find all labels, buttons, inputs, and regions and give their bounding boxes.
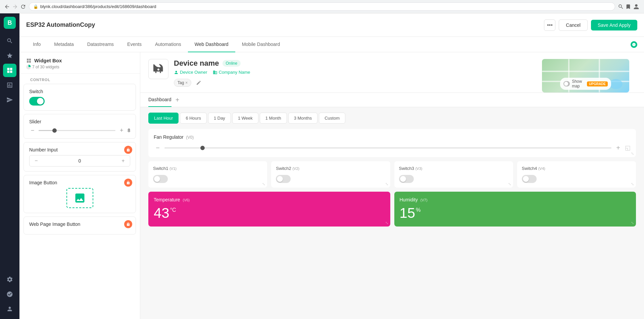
sidebar-star[interactable] <box>3 49 16 62</box>
widget-web-page-image-button[interactable]: Web Page Image Button <box>23 216 136 235</box>
time-range-bar: Last Hour 6 Hours 1 Day 1 Week 1 Month 3… <box>140 107 644 129</box>
tab-mobile-dashboard[interactable]: Mobile Dashboard <box>235 37 287 52</box>
time-custom[interactable]: Custom <box>319 113 345 124</box>
widget-switch[interactable]: Switch <box>23 84 136 111</box>
number-input-label: Number Input <box>29 147 130 152</box>
tab-metadata[interactable]: Metadata <box>47 37 80 52</box>
widget-slider[interactable]: Slider − + 8 <box>23 114 136 139</box>
cancel-button[interactable]: Cancel <box>559 19 588 31</box>
switch1-toggle[interactable] <box>153 175 168 183</box>
switch4-resize[interactable]: ⤡ <box>631 182 634 186</box>
image-preview <box>66 188 93 208</box>
switch3-cell: Switch3 (V3) ⤡ <box>394 161 513 188</box>
slider-value: 8 <box>128 128 130 133</box>
switch3-title: Switch3 (V3) <box>399 166 508 171</box>
number-value: 0 <box>42 158 117 164</box>
temp-unit: °C <box>170 207 176 213</box>
slider-row: − + 8 <box>29 127 130 134</box>
sidebar-search[interactable] <box>3 34 16 48</box>
svg-rect-3 <box>27 61 29 62</box>
widget-box-header: Widget Box 7 of 30 widgets <box>19 52 140 74</box>
info-icon[interactable] <box>631 41 637 48</box>
switch1-cell: Switch1 (V1) ⤡ <box>148 161 267 188</box>
fan-speaker-icon: ◱ <box>625 144 631 151</box>
fan-plus[interactable]: + <box>614 144 622 152</box>
fan-regulator-title: Fan Regulator (V0) <box>154 134 631 140</box>
tab-automations[interactable]: Automations <box>148 37 188 52</box>
device-company: Company Name <box>213 70 250 75</box>
number-minus[interactable]: − <box>32 157 40 165</box>
reload-icon[interactable] <box>20 4 26 10</box>
lock-badge-number <box>124 146 132 154</box>
switch1-resize[interactable]: ⤡ <box>262 182 265 186</box>
time-1-month[interactable]: 1 Month <box>260 113 287 124</box>
fan-track[interactable] <box>164 147 611 148</box>
edit-tag-button[interactable] <box>194 78 203 87</box>
fan-row: − + ◱ <box>154 144 631 152</box>
switch2-resize[interactable]: ⤡ <box>385 182 388 186</box>
slider-label: Slider <box>29 119 130 124</box>
switch4-toggle[interactable] <box>522 175 537 183</box>
switch1-title: Switch1 (V1) <box>153 166 262 171</box>
dashboard-tab[interactable]: Dashboard <box>148 93 171 107</box>
sidebar-user[interactable] <box>3 302 16 316</box>
time-1-week[interactable]: 1 Week <box>232 113 258 124</box>
time-3-months[interactable]: 3 Months <box>288 113 317 124</box>
sidebar-send[interactable] <box>3 93 16 107</box>
dashboard-grid: Fan Regulator (V0) − + ◱ ⤡ <box>140 129 644 235</box>
switch3-toggle[interactable] <box>399 175 414 183</box>
switch2-vpin: (V2) <box>292 167 299 171</box>
number-input-row[interactable]: − 0 + <box>29 155 130 167</box>
resize-handle[interactable]: ⤡ <box>631 151 634 156</box>
switch-toggle[interactable] <box>29 97 45 106</box>
browser-chrome: 🔒 blynk.cloud/dashboard/386/products/edi… <box>0 0 644 13</box>
tag-remove[interactable]: × <box>185 80 188 85</box>
tab-events[interactable]: Events <box>120 37 148 52</box>
number-plus[interactable]: + <box>119 157 127 165</box>
temperature-card: Temperature (V6) 43 °C ⤡ <box>148 192 390 227</box>
address-bar[interactable]: 🔒 blynk.cloud/dashboard/386/products/edi… <box>29 2 615 11</box>
switch3-resize[interactable]: ⤡ <box>508 182 511 186</box>
slider-minus[interactable]: − <box>29 127 36 134</box>
profile-icon[interactable] <box>633 3 640 10</box>
browser-search-icon[interactable] <box>618 4 624 10</box>
widget-image-button[interactable]: Image Button <box>23 175 136 213</box>
tab-web-dashboard[interactable]: Web Dashboard <box>188 37 235 52</box>
widget-sidebar: Widget Box 7 of 30 widgets CONTROL Switc… <box>19 52 140 319</box>
more-button[interactable]: ••• <box>544 19 555 31</box>
widget-number-input[interactable]: Number Input − 0 + <box>23 142 136 172</box>
device-name-row: Device name Online <box>174 59 542 68</box>
humidity-resize[interactable]: ⤡ <box>631 221 634 225</box>
sidebar-gear[interactable] <box>3 288 16 301</box>
slider-plus[interactable]: + <box>118 127 125 134</box>
sidebar-settings[interactable] <box>3 273 16 286</box>
tab-datastreams[interactable]: Datastreams <box>81 37 120 52</box>
device-icon-box <box>148 59 168 79</box>
humidity-unit: % <box>416 207 420 213</box>
tab-info[interactable]: Info <box>26 37 47 52</box>
lock-icon: 🔒 <box>33 4 38 9</box>
tag-chip[interactable]: Tag × <box>174 79 191 87</box>
sidebar-grid[interactable] <box>3 64 16 77</box>
slider-track[interactable] <box>39 130 115 131</box>
fan-minus[interactable]: − <box>154 144 162 152</box>
map-toggle[interactable] <box>563 81 570 86</box>
show-map-label: Show map <box>572 79 585 88</box>
widget-count: 7 of 30 widgets <box>26 65 133 69</box>
sidebar-chart[interactable] <box>3 78 16 92</box>
switch2-toggle[interactable] <box>276 175 291 183</box>
humidity-vpin: (V7) <box>420 198 428 202</box>
map-preview: Show map UPGRADE <box>542 59 629 92</box>
forward-icon[interactable] <box>12 4 18 10</box>
fan-vpin: (V0) <box>186 135 194 140</box>
time-last-hour[interactable]: Last Hour <box>148 113 179 124</box>
bookmark-icon[interactable] <box>625 4 631 10</box>
back-icon[interactable] <box>4 4 10 10</box>
save-button[interactable]: Save And Apply <box>591 20 637 30</box>
app-logo[interactable]: B <box>4 17 16 29</box>
upgrade-badge[interactable]: UPGRADE <box>587 81 608 86</box>
add-tab-button[interactable]: + <box>173 95 182 105</box>
temp-resize[interactable]: ⤡ <box>385 221 388 225</box>
time-6-hours[interactable]: 6 Hours <box>180 113 207 124</box>
time-1-day[interactable]: 1 Day <box>208 113 231 124</box>
